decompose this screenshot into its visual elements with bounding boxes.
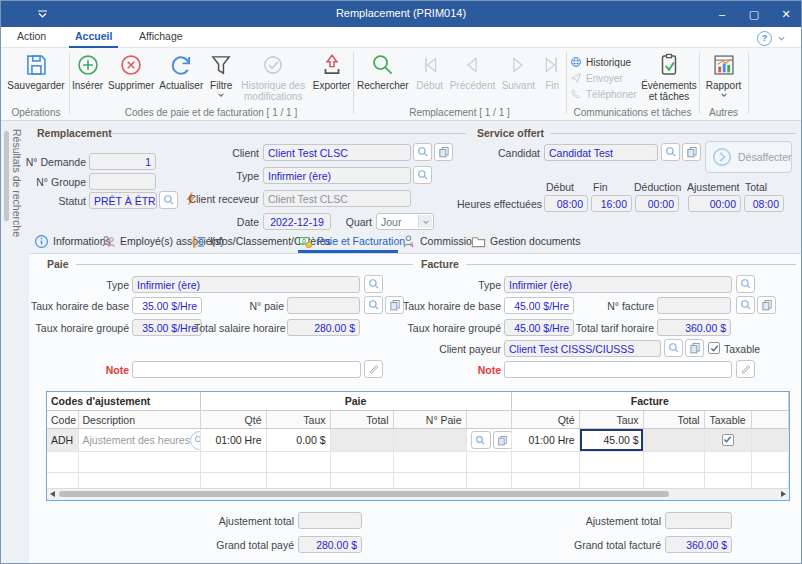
- statut-field[interactable]: PRÊT À ÊTRE TR: [89, 192, 157, 209]
- client-payeur-open-button[interactable]: [685, 339, 704, 357]
- cell-paie-total[interactable]: [330, 429, 393, 452]
- cell-paie-taux[interactable]: 0.00 $: [266, 429, 330, 452]
- maximize-button[interactable]: ▢: [739, 1, 769, 27]
- tab-paie-et-facturation[interactable]: Paie et Facturation: [298, 231, 405, 251]
- col-header-fact-qte[interactable]: Qté: [511, 411, 579, 429]
- col-header-paie-taux[interactable]: Taux: [266, 411, 330, 429]
- col-header-no-paie[interactable]: N° Paie: [393, 411, 466, 429]
- heures-debut-field[interactable]: 08:00: [544, 195, 588, 212]
- paie-type-field[interactable]: Infirmier (ère): [132, 276, 360, 293]
- help-icon[interactable]: ?: [757, 31, 772, 46]
- heures-deduction-field[interactable]: 00:00: [635, 195, 679, 212]
- row-search-button[interactable]: [471, 431, 491, 449]
- date-field[interactable]: 2022-12-19: [263, 213, 331, 230]
- minimize-button[interactable]: –: [707, 1, 737, 27]
- client-field[interactable]: Client Test CLSC: [263, 144, 411, 161]
- telephoner-button[interactable]: Téléphoner: [566, 86, 640, 102]
- supprimer-button[interactable]: Supprimer: [106, 48, 156, 91]
- exporter-button[interactable]: Exporter: [310, 48, 353, 91]
- evenements-taches-button[interactable]: Évènements et tâches: [640, 48, 698, 102]
- candidat-search-button[interactable]: [661, 143, 680, 161]
- no-paie-search-button[interactable]: [364, 296, 383, 314]
- col-header-code[interactable]: Code: [47, 411, 78, 429]
- col-header-fact-taux[interactable]: Taux: [579, 411, 643, 429]
- debut-button[interactable]: Début: [413, 48, 447, 91]
- scroll-right-icon[interactable]: [781, 491, 786, 497]
- facture-note-field[interactable]: [504, 361, 732, 378]
- candidat-field[interactable]: Candidat Test: [544, 144, 658, 161]
- scrollbar-thumb[interactable]: [59, 491, 669, 497]
- type-field[interactable]: Infirmier (ère): [263, 167, 411, 184]
- col-header-description[interactable]: Description: [78, 411, 200, 429]
- paie-note-field[interactable]: [132, 361, 361, 378]
- facture-taux-base-field[interactable]: 45.00 $/Hre: [504, 297, 574, 314]
- sidebar-scroll-handle[interactable]: [4, 131, 9, 221]
- cell-description[interactable]: Ajustement des heures: [78, 429, 200, 452]
- no-facture-search-button[interactable]: [736, 296, 755, 314]
- chevron-down-icon[interactable]: [777, 34, 786, 43]
- facture-type-search-button[interactable]: [736, 275, 755, 293]
- quart-dropdown[interactable]: Jour: [376, 213, 434, 230]
- row-open-button[interactable]: [493, 431, 512, 449]
- col-header-fact-total[interactable]: Total: [643, 411, 704, 429]
- client-payeur-search-button[interactable]: [664, 339, 683, 357]
- col-header-taxable[interactable]: Taxable: [704, 411, 751, 429]
- no-facture-field[interactable]: [657, 297, 731, 314]
- historique-button[interactable]: Historique: [566, 54, 640, 70]
- cell-paie-qte[interactable]: 01:00 Hre: [200, 429, 266, 452]
- cell-code[interactable]: ADH: [47, 429, 78, 452]
- cell-taxable[interactable]: [704, 429, 751, 452]
- col-header-paie-total[interactable]: Total: [330, 411, 393, 429]
- search-icon: [163, 194, 175, 206]
- taxable-checkbox[interactable]: [708, 342, 720, 354]
- paie-type-search-button[interactable]: [364, 275, 383, 293]
- list-icon: [191, 234, 206, 249]
- chevron-down-icon[interactable]: [418, 215, 432, 228]
- taxable-row-checkbox[interactable]: [722, 434, 734, 446]
- paie-taux-base-field[interactable]: 35.00 $/Hre: [132, 297, 202, 314]
- inserer-button[interactable]: Insérer: [69, 48, 106, 91]
- paie-note-edit-button[interactable]: [364, 360, 383, 378]
- fin-button[interactable]: Fin: [539, 48, 565, 91]
- facture-type-field[interactable]: Infirmier (ère): [504, 276, 732, 293]
- tab-informations[interactable]: Informations: [34, 231, 111, 251]
- rechercher-button[interactable]: Rechercher: [354, 48, 412, 91]
- heures-fin-field[interactable]: 16:00: [591, 195, 632, 212]
- cell-fact-total[interactable]: [643, 429, 704, 452]
- rapport-button[interactable]: Rapport: [701, 48, 747, 99]
- cell-no-paie[interactable]: [393, 429, 466, 452]
- scroll-left-icon[interactable]: [50, 491, 55, 497]
- desaffecter-button[interactable]: Désaffecter: [705, 141, 792, 173]
- no-paie-field[interactable]: [287, 297, 360, 314]
- suivant-button[interactable]: Suivant: [498, 48, 538, 91]
- cell-fact-qte[interactable]: 01:00 Hre: [511, 429, 579, 452]
- menu-tab-affichage[interactable]: Affichage: [133, 27, 189, 48]
- filtre-button[interactable]: Filtre: [206, 48, 236, 99]
- heures-ajustement-field[interactable]: 00:00: [688, 195, 741, 212]
- actualiser-button[interactable]: Actualiser: [156, 48, 206, 91]
- envoyer-button[interactable]: Envoyer: [566, 70, 640, 86]
- horizontal-scrollbar[interactable]: [47, 488, 789, 500]
- facture-note-edit-button[interactable]: [736, 360, 755, 378]
- client-search-button[interactable]: [413, 143, 432, 161]
- menu-tab-accueil[interactable]: Accueil: [69, 27, 118, 48]
- tab-gestion-documents[interactable]: Gestion documents: [471, 231, 580, 251]
- menu-tab-action[interactable]: Action: [11, 27, 52, 48]
- client-open-button[interactable]: [434, 143, 453, 161]
- cell-fact-taux-selected[interactable]: 45.00 $: [579, 429, 643, 452]
- no-facture-open-button[interactable]: [757, 296, 776, 314]
- no-demande-field[interactable]: 1: [89, 153, 156, 170]
- tab-commission[interactable]: Commission: [401, 231, 478, 251]
- candidat-open-button[interactable]: [682, 143, 701, 161]
- precedent-button[interactable]: Précédent: [447, 48, 497, 91]
- statut-search-button[interactable]: [159, 191, 178, 209]
- sauvegarder-button[interactable]: Sauvegarder: [7, 48, 64, 91]
- no-groupe-field[interactable]: [89, 173, 156, 190]
- col-header-paie-qte[interactable]: Qté: [200, 411, 266, 429]
- historique-modifications-button[interactable]: Historique des modifications: [236, 48, 310, 102]
- type-search-button[interactable]: [413, 166, 432, 184]
- client-payeur-field[interactable]: Client Test CISSS/CIUSSS: [504, 340, 661, 357]
- description-search-button[interactable]: [190, 431, 200, 450]
- close-button[interactable]: ✕: [771, 1, 801, 27]
- heures-total-field[interactable]: 08:00: [744, 195, 784, 212]
